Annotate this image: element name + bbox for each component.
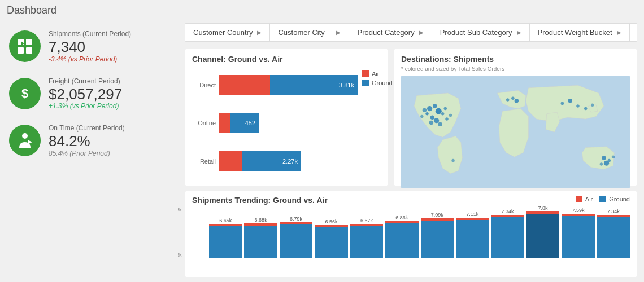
shipments-info: Shipments (Current Period) 7,340 -3.4% (…	[49, 30, 131, 63]
svg-point-28	[576, 104, 580, 108]
world-map-svg	[401, 76, 630, 188]
svg-rect-1	[26, 39, 32, 45]
svg-point-9	[427, 106, 432, 111]
trend-bar-ground-5	[385, 223, 418, 258]
svg-point-17	[443, 107, 447, 111]
bar-air-online	[219, 113, 230, 133]
trend-bar-val-0: 6.65k	[219, 218, 232, 223]
svg-point-29	[584, 107, 588, 111]
trend-y-labels: 8k 6k	[178, 207, 182, 258]
bar-air-direct	[219, 75, 270, 95]
legend-dot-ground	[362, 80, 369, 86]
trend-bar-group-6: 7.09k	[421, 212, 454, 258]
legend-ground: Ground	[362, 80, 393, 86]
svg-rect-2	[18, 47, 24, 54]
filter-product-category[interactable]: Product Category ▶	[349, 24, 432, 41]
bar-label-direct: Direct	[192, 82, 216, 89]
trend-bar-group-0: 6.65k	[209, 218, 242, 258]
trend-legend: Air Ground	[576, 196, 630, 202]
filter-product-sub-category[interactable]: Product Sub Category ▶	[432, 24, 530, 41]
freight-value: $2,057,297	[49, 86, 122, 103]
trend-bar-ground-2	[280, 224, 312, 258]
svg-point-21	[445, 117, 449, 121]
svg-point-11	[425, 112, 429, 116]
channel-chart: Channel: Ground vs. Air Direct 3.81k	[185, 49, 388, 186]
trend-bar-val-5: 6.86k	[395, 215, 408, 221]
svg-point-10	[433, 104, 437, 108]
left-panel: Shipments (Current Period) 7,340 -3.4% (…	[0, 19, 178, 282]
dashboard-page: Dashboard Shipments (Current Period)	[0, 0, 644, 282]
world-map	[401, 76, 630, 188]
bar-label-retail: Retail	[192, 158, 216, 165]
trend-bar-val-11: 7.34k	[607, 209, 620, 214]
shipments-change: -3.4% (vs Prior Period)	[49, 55, 131, 63]
trend-bar-ground-10	[562, 216, 594, 258]
filter-bar: Customer Country ▶ Customer City ▶ Produ…	[185, 23, 637, 42]
trend-legend-dot-ground	[599, 196, 606, 202]
trend-bar-group-1: 6.68k	[244, 217, 277, 258]
trend-bar-group-9: 7.8k	[526, 205, 559, 258]
filter-customer-country[interactable]: Customer Country ▶	[185, 24, 270, 41]
dashboard-title: Dashboard	[7, 5, 56, 16]
trend-bar-val-8: 7.34k	[502, 209, 514, 214]
trend-bar-group-4: 6.67k	[350, 218, 383, 258]
svg-point-15	[423, 108, 427, 112]
svg-point-27	[568, 99, 572, 103]
svg-point-24	[511, 96, 515, 100]
ontime-info: On Time (Current Period) 84.2% 85.4% (Pr…	[49, 124, 125, 157]
svg-point-19	[420, 115, 424, 118]
filter-customer-city[interactable]: Customer City ▶	[270, 24, 349, 41]
trend-legend-air: Air	[576, 196, 593, 202]
right-charts: Customer Country ▶ Customer City ▶ Produ…	[178, 19, 644, 282]
svg-point-20	[438, 122, 442, 126]
svg-point-36	[451, 159, 455, 162]
svg-point-23	[506, 98, 510, 102]
trend-bar-val-2: 6.79k	[290, 216, 302, 222]
trend-bar-val-3: 6.56k	[325, 219, 337, 224]
trend-bar-ground-9	[526, 214, 559, 258]
trend-bar-val-7: 7.11k	[466, 211, 478, 217]
svg-point-13	[430, 116, 434, 120]
ontime-value: 84.2%	[49, 133, 125, 149]
channel-legend: Air Ground	[362, 66, 393, 180]
channel-chart-title: Channel: Ground vs. Air	[192, 55, 381, 64]
svg-point-22	[449, 114, 452, 117]
trend-bar-group-10: 7.59k	[562, 208, 594, 258]
ontime-label: On Time (Current Period)	[49, 124, 125, 132]
bar-label-online: Online	[192, 120, 216, 126]
filter-product-weight-bucket[interactable]: Product Weight Bucket ▶	[530, 24, 630, 41]
trend-bar-val-10: 7.59k	[572, 208, 584, 213]
freight-info: Freight (Current Period) $2,057,297 +1.3…	[49, 77, 122, 111]
bar-air-retail	[219, 151, 242, 171]
legend-dot-air	[362, 70, 369, 77]
person-icon	[16, 132, 33, 149]
trend-chart-title: Shipments Trending: Ground vs. Air	[192, 196, 328, 205]
map-chart-subtitle: * colored and sized by Total Sales Order…	[401, 66, 630, 72]
ontime-icon-bg	[9, 125, 41, 156]
trend-bar-val-6: 7.09k	[431, 212, 443, 218]
shipments-value: 7,340	[49, 39, 131, 55]
trend-bars-wrapper: 8k 6k 6.65k6.68k6.79k6.56k6.67k6.86k7.09…	[192, 207, 630, 258]
map-chart: Destinations: Shipments * colored and si…	[394, 49, 637, 186]
svg-point-26	[561, 102, 564, 105]
kpi-ontime: On Time (Current Period) 84.2% 85.4% (Pr…	[9, 117, 169, 164]
trend-bar-group-11: 7.34k	[597, 209, 630, 258]
svg-point-18	[429, 121, 433, 125]
trend-legend-ground: Ground	[599, 196, 630, 202]
map-chart-title: Destinations: Shipments	[401, 55, 630, 64]
kpi-shipments: Shipments (Current Period) 7,340 -3.4% (…	[9, 23, 169, 70]
trend-bar-val-4: 6.67k	[360, 218, 373, 223]
trend-bar-ground-1	[244, 226, 277, 258]
trend-bar-ground-7	[456, 220, 489, 258]
filter-arrow-0: ▶	[257, 29, 262, 36]
dollar-icon: $	[16, 85, 33, 102]
filter-arrow-2: ▶	[419, 29, 424, 36]
svg-point-30	[591, 103, 594, 107]
trend-bar-ground-6	[421, 221, 454, 258]
trend-bar-ground-8	[491, 217, 524, 258]
trend-bar-val-1: 6.68k	[255, 217, 267, 223]
bar-ground-direct: 3.81k	[270, 75, 358, 95]
trend-bar-group-2: 6.79k	[280, 216, 312, 258]
svg-point-6	[22, 133, 28, 139]
freight-label: Freight (Current Period)	[49, 77, 122, 85]
